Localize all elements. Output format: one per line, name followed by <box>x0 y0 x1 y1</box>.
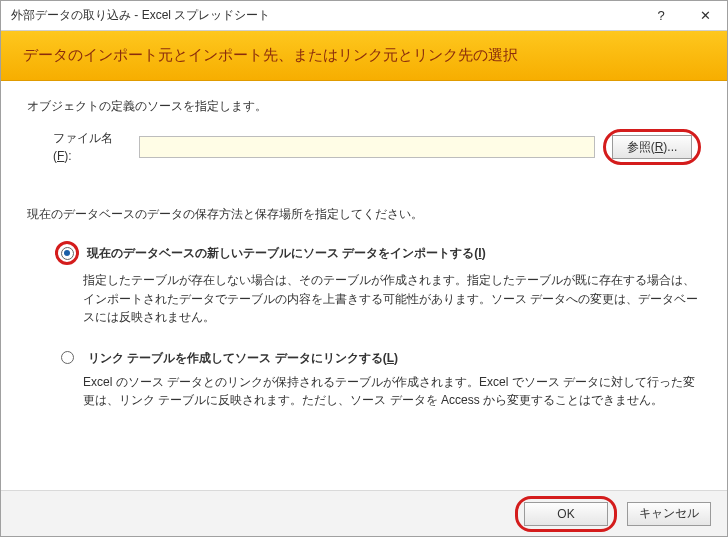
option-link-label[interactable]: リンク テーブルを作成してソース データにリンクする(L) <box>88 349 398 367</box>
header-title: データのインポート元とインポート先、またはリンク元とリンク先の選択 <box>23 46 518 65</box>
browse-button[interactable]: 参照(R)... <box>612 135 692 159</box>
footer: OK キャンセル <box>1 490 727 536</box>
help-button[interactable]: ? <box>639 1 683 31</box>
file-row: ファイル名(F): 参照(R)... <box>53 129 701 165</box>
option-link: リンク テーブルを作成してソース データにリンクする(L) Excel のソース… <box>55 349 701 410</box>
option-import-label[interactable]: 現在のデータベースの新しいテーブルにソース データをインポートする(I) <box>87 244 486 262</box>
option-import-desc: 指定したテーブルが存在しない場合は、そのテーブルが作成されます。指定したテーブル… <box>83 271 701 327</box>
browse-highlight: 参照(R)... <box>603 129 701 165</box>
file-name-label: ファイル名(F): <box>53 129 131 165</box>
cancel-button[interactable]: キャンセル <box>627 502 711 526</box>
option-link-desc: Excel のソース データとのリンクが保持されるテーブルが作成されます。Exc… <box>83 373 701 410</box>
titlebar: 外部データの取り込み - Excel スプレッドシート ? ✕ <box>1 1 727 31</box>
file-name-input[interactable] <box>139 136 595 158</box>
window-title: 外部データの取り込み - Excel スプレッドシート <box>11 7 270 24</box>
option-import: 現在のデータベースの新しいテーブルにソース データをインポートする(I) 指定し… <box>55 241 701 327</box>
storage-intro-label: 現在のデータベースのデータの保存方法と保存場所を指定してください。 <box>27 205 701 223</box>
radio-import-highlight <box>55 241 79 265</box>
close-button[interactable]: ✕ <box>683 1 727 31</box>
ok-highlight: OK <box>515 496 617 532</box>
radio-import[interactable] <box>61 247 74 260</box>
content-area: オブジェクトの定義のソースを指定します。 ファイル名(F): 参照(R)... … <box>1 81 727 490</box>
ok-button[interactable]: OK <box>524 502 608 526</box>
radio-link[interactable] <box>61 351 74 364</box>
header-band: データのインポート元とインポート先、またはリンク元とリンク先の選択 <box>1 31 727 81</box>
dialog-window: 外部データの取り込み - Excel スプレッドシート ? ✕ データのインポー… <box>0 0 728 537</box>
object-source-label: オブジェクトの定義のソースを指定します。 <box>27 97 701 115</box>
